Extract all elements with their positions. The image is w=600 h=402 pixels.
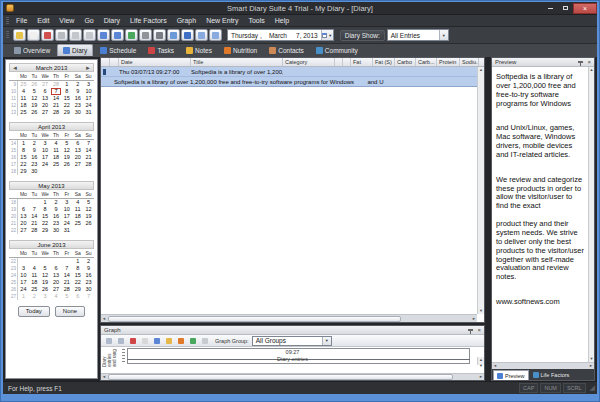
calendar-day[interactable]: 22	[18, 161, 29, 168]
calendar-day[interactable]: 16	[72, 95, 83, 102]
calendar-day[interactable]: 3	[83, 81, 94, 88]
tab-community[interactable]: Community	[311, 44, 363, 56]
zoom-out-button[interactable]	[115, 336, 126, 346]
menu-item-tools[interactable]: Tools	[243, 15, 269, 27]
calendar-day[interactable]: 2	[29, 293, 40, 300]
menu-item-graph[interactable]: Graph	[172, 15, 201, 27]
none-button[interactable]: None	[55, 306, 85, 317]
column-header-category[interactable]: Category	[283, 58, 335, 66]
calendar-day[interactable]: 14	[83, 147, 94, 154]
calendar-day[interactable]: 10	[61, 206, 72, 213]
pin-icon[interactable]	[468, 329, 473, 331]
today-button[interactable]: Today	[18, 306, 50, 317]
calendar-day[interactable]: 15	[61, 95, 72, 102]
calendar-day[interactable]: 21	[61, 279, 72, 286]
print-button[interactable]	[55, 29, 68, 41]
calendar-day[interactable]: 18	[18, 102, 29, 109]
column-header[interactable]	[343, 58, 351, 66]
close-icon[interactable]: ×	[477, 327, 481, 333]
contacts-view-button[interactable]	[195, 29, 208, 41]
menu-item-go[interactable]: Go	[79, 15, 98, 27]
calendar-day[interactable]: 4	[29, 265, 40, 272]
next-month-icon[interactable]: ►	[85, 64, 91, 72]
scroll-right-icon[interactable]: ►	[471, 316, 477, 322]
calendar-day[interactable]: 8	[40, 206, 51, 213]
menu-item-life-factors[interactable]: Life Factors	[125, 15, 172, 27]
calendar-day[interactable]: 14	[61, 272, 72, 279]
column-header[interactable]	[110, 58, 119, 66]
calendar-day[interactable]: 7	[83, 293, 94, 300]
maximize-button[interactable]	[558, 3, 573, 13]
calendar-day[interactable]: 4	[51, 293, 62, 300]
calendar-day[interactable]: 24	[18, 286, 29, 293]
scroll-left-icon[interactable]: ◄	[101, 316, 107, 322]
calendar-day[interactable]: 27	[51, 286, 62, 293]
calendar-day[interactable]: 25	[29, 286, 40, 293]
calendar-day[interactable]: 9	[51, 206, 62, 213]
calendar-day[interactable]: 8	[61, 88, 72, 95]
calendar-day[interactable]: 22	[40, 220, 51, 227]
grid-view-button[interactable]	[181, 29, 194, 41]
calendar-day[interactable]: 11	[51, 147, 62, 154]
resize-grip-icon[interactable]: ◢	[590, 384, 595, 392]
open-button[interactable]	[111, 29, 124, 41]
calendar-day[interactable]: 7	[83, 140, 94, 147]
scroll-down-icon[interactable]: ▼	[589, 356, 594, 362]
calendar-day[interactable]: 24	[83, 102, 94, 109]
calendar-day[interactable]: 19	[40, 279, 51, 286]
calendar-day[interactable]: 24	[61, 220, 72, 227]
calendar-day[interactable]: 1	[72, 258, 83, 265]
sync-button[interactable]	[125, 29, 138, 41]
column-header-title[interactable]: Title	[191, 58, 283, 66]
calendar-day[interactable]: 19	[61, 154, 72, 161]
calendar-day[interactable]: 18	[51, 154, 62, 161]
calendar-day[interactable]: 1	[61, 81, 72, 88]
shapes-button[interactable]	[139, 336, 150, 346]
calendar-day[interactable]: 10	[18, 272, 29, 279]
calendar-day[interactable]: 11	[72, 206, 83, 213]
tab-overview[interactable]: Overview	[9, 44, 55, 56]
calendar-day[interactable]: 17	[83, 95, 94, 102]
calendar-day[interactable]: 28	[51, 81, 62, 88]
calendar-day[interactable]: 25	[51, 161, 62, 168]
calendar-day[interactable]: 26	[61, 161, 72, 168]
calendar-day[interactable]: 30	[83, 286, 94, 293]
calendar-day[interactable]: 13	[40, 95, 51, 102]
diary-list-vertical-scrollbar[interactable]: ▲ ▼	[477, 67, 484, 314]
calendar-day[interactable]: 22	[61, 102, 72, 109]
calendar-day[interactable]: 13	[18, 213, 29, 220]
calendar-day[interactable]: 15	[72, 272, 83, 279]
calendar-day[interactable]: 8	[72, 265, 83, 272]
find-binoculars-button[interactable]	[153, 29, 166, 41]
calendar-day[interactable]: 25	[18, 81, 29, 88]
calendar-day[interactable]: 5	[29, 88, 40, 95]
tab-diary[interactable]: Diary	[57, 44, 93, 56]
redo-button[interactable]	[83, 29, 96, 41]
tab-preview[interactable]: Preview	[493, 370, 529, 380]
preview-vertical-scrollbar[interactable]: ▲ ▼	[588, 67, 594, 362]
calendar-day[interactable]: 23	[83, 279, 94, 286]
calendar-day[interactable]: 28	[83, 161, 94, 168]
calendar-day[interactable]: 25	[18, 109, 29, 116]
calendar-day[interactable]: 9	[72, 88, 83, 95]
calendar-day[interactable]: 24	[40, 161, 51, 168]
calendar-day[interactable]: 21	[83, 154, 94, 161]
calendar-day[interactable]: 1	[18, 293, 29, 300]
calendar-day[interactable]: 16	[51, 213, 62, 220]
calendar-day[interactable]: 6	[51, 265, 62, 272]
calendar-day[interactable]: 17	[18, 279, 29, 286]
calendar-day[interactable]: 7	[51, 88, 62, 95]
calendar-day[interactable]: 3	[40, 293, 51, 300]
scroll-up-icon[interactable]: ▲	[478, 67, 484, 73]
calendar-day[interactable]: 5	[61, 140, 72, 147]
calendar-day[interactable]: 7	[61, 265, 72, 272]
calendar-day[interactable]: 11	[29, 272, 40, 279]
tab-contacts[interactable]: Contacts	[264, 44, 309, 56]
calendar-day[interactable]: 4	[72, 199, 83, 206]
calendar-day[interactable]: 22	[72, 279, 83, 286]
calendar-day[interactable]: 28	[61, 286, 72, 293]
calendar-day[interactable]: 27	[18, 227, 29, 234]
calendar-day[interactable]: 4	[18, 88, 29, 95]
calendar-day[interactable]: 2	[51, 199, 62, 206]
tab-notes[interactable]: Notes	[181, 44, 217, 56]
